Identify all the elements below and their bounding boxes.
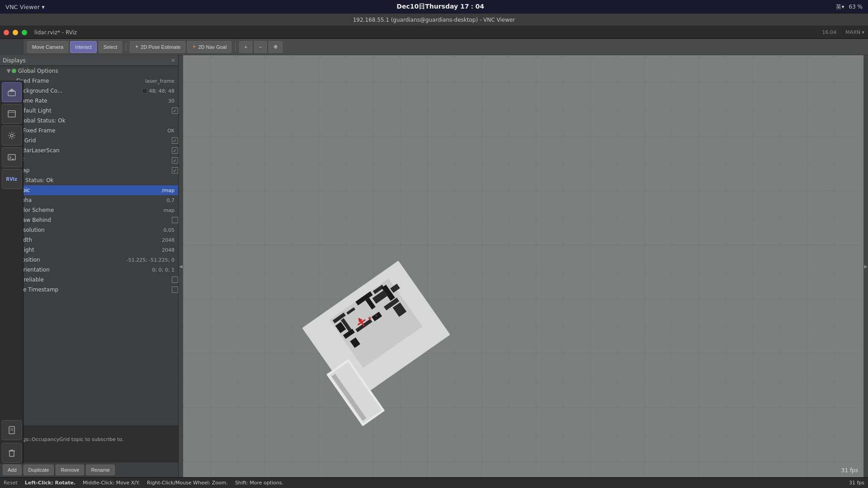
tree-item-default-light[interactable]: Default Light ✓	[0, 106, 178, 116]
sidebar-icon-rviz[interactable]: RViz	[2, 169, 22, 189]
tf-label: TF	[18, 157, 172, 164]
vnc-viewer-menu[interactable]: VNC Viewer ▾	[5, 4, 45, 10]
unreliable-label: Unreliable	[16, 277, 172, 283]
minimize-button[interactable]	[13, 30, 18, 35]
tree-item-width[interactable]: Width 2048	[0, 235, 178, 245]
global-status-label: Global Status: Ok	[18, 117, 178, 124]
default-light-label: Default Light	[16, 108, 172, 114]
fixed-frame-value: laser_frame	[145, 78, 175, 84]
maxn-indicator: MAXN ▾	[845, 29, 864, 35]
tree-item-draw-behind[interactable]: Draw Behind □	[0, 215, 178, 225]
tree-item-global-status[interactable]: ▼ ✓ Global Status: Ok	[0, 116, 178, 126]
lidar-checkbox[interactable]: ✓	[172, 147, 178, 154]
topic-label: Topic	[16, 187, 162, 193]
bg-color-swatch-container: 48; 48; 48	[142, 88, 178, 94]
sidebar-icon-file[interactable]	[2, 420, 22, 440]
displays-tree: ▼ Global Options Fixed Frame laser_frame	[0, 66, 178, 426]
toggle-icon[interactable]: ▼	[5, 68, 12, 74]
right-panel-collapse[interactable]: ▶	[863, 55, 868, 477]
draw-behind-checkbox[interactable]: □	[172, 217, 178, 223]
sidebar-icon-trash[interactable]	[2, 443, 22, 463]
tree-item-map[interactable]: ▼ Map ✓	[0, 165, 178, 175]
tree-item-fixed-frame[interactable]: Fixed Frame laser_frame	[0, 76, 178, 86]
position-label: Position	[19, 257, 127, 263]
maximize-button[interactable]	[22, 30, 27, 35]
tree-item-height[interactable]: Height 2048	[0, 245, 178, 255]
tree-item-lidar[interactable]: ▶ LidarLaserScan ✓	[0, 145, 178, 155]
panel-collapse-button[interactable]: ◀	[179, 55, 183, 477]
svg-rect-10	[9, 451, 14, 456]
status-dot	[12, 69, 16, 73]
sidebar-icon-terminal[interactable]	[2, 147, 22, 167]
rviz-panels: Displays ✕ ▼ Global Options	[0, 55, 868, 477]
tree-item-global-options[interactable]: ▼ Global Options	[0, 66, 178, 76]
sidebar-icon-home[interactable]	[2, 82, 22, 102]
map-checkbox[interactable]: ✓	[172, 167, 178, 174]
reset-button[interactable]: Reset	[4, 480, 18, 486]
status-bar: Reset Left-Click: Rotate. Middle-Click: …	[0, 477, 868, 488]
system-bar-left: VNC Viewer ▾	[5, 4, 45, 10]
orientation-value: 0; 0; 0; 1	[152, 267, 175, 273]
map-status-label: Status: Ok	[25, 177, 178, 183]
tree-item-orientation[interactable]: ▶ Orientation 0; 0; 0; 1	[0, 265, 178, 275]
nav-goal-button[interactable]: ✦ 2D Nav Goal	[187, 41, 231, 53]
duplicate-button[interactable]: Duplicate	[24, 465, 54, 475]
svg-point-4	[10, 134, 13, 137]
3d-viewport[interactable]: 31 fps	[183, 55, 863, 477]
tree-item-resolution[interactable]: Resolution 0,05	[0, 225, 178, 235]
close-button[interactable]	[4, 30, 9, 35]
status-left-click: Left-Click: Rotate.	[25, 480, 75, 486]
move-camera-button[interactable]: Move Camera	[27, 41, 68, 53]
map-label: Map	[18, 167, 172, 174]
sidebar-icon-gear[interactable]	[2, 126, 22, 145]
tf-checkbox[interactable]: ✓	[172, 157, 178, 164]
tree-item-frame-rate[interactable]: Frame Rate 30	[0, 96, 178, 106]
tree-item-use-timestamp[interactable]: Use Timestamp □	[0, 285, 178, 295]
use-timestamp-checkbox[interactable]: □	[172, 286, 178, 293]
remove-button[interactable]: Remove	[56, 465, 84, 475]
pose-estimate-button[interactable]: ✦ 2D Pose Estimate	[130, 41, 185, 53]
interact-button[interactable]: Interact	[70, 41, 97, 53]
rename-button[interactable]: Rename	[86, 465, 115, 475]
info-title: Topic	[4, 429, 175, 435]
add-button[interactable]: Add	[3, 465, 22, 475]
tree-item-color-scheme[interactable]: Color Scheme map	[0, 205, 178, 215]
grid-checkbox[interactable]: ✓	[172, 137, 178, 144]
tree-item-alpha[interactable]: Alpha 0,7	[0, 195, 178, 205]
minus-button[interactable]: −	[254, 41, 267, 53]
lidar-label: LidarLaserScan	[18, 147, 172, 154]
bg-color-label: Background Co...	[16, 88, 142, 94]
tree-item-unreliable[interactable]: Unreliable □	[0, 275, 178, 285]
tree-item-tf[interactable]: ▶ TF ✓	[0, 155, 178, 165]
panel-buttons: Add Duplicate Remove Rename	[0, 462, 178, 477]
displays-close-icon[interactable]: ✕	[171, 57, 175, 64]
zoom-button[interactable]: ⊕	[269, 41, 283, 53]
tree-item-map-status[interactable]: ▶ ✓ Status: Ok	[0, 175, 178, 185]
tree-item-fixed-frame-status[interactable]: ✓ Fixed Frame OK	[0, 126, 178, 136]
language-indicator[interactable]: 英▾	[836, 3, 844, 11]
sidebar-icon-settings[interactable]	[2, 104, 22, 124]
unreliable-checkbox[interactable]: □	[172, 277, 178, 283]
status-shift: Shift: More options.	[235, 480, 283, 486]
info-description: nav_msgs::OccupancyGrid topic to subscri…	[4, 436, 175, 442]
height-value: 2048	[162, 247, 175, 253]
battery-indicator: 63 %	[849, 4, 863, 10]
tree-item-topic[interactable]: Topic /map	[0, 185, 178, 195]
left-click-label: Left-Click: Rotate.	[25, 480, 75, 486]
select-button[interactable]: Select	[99, 41, 123, 53]
rviz-window-title: lidar.rviz* - RViz	[34, 29, 77, 36]
frame-rate-label: Frame Rate	[16, 98, 168, 104]
height-label: Height	[16, 247, 162, 253]
map-visualization	[274, 247, 500, 450]
default-light-checkbox[interactable]: ✓	[172, 108, 178, 114]
rviz-content-area: Displays ✕ ▼ Global Options	[0, 55, 868, 477]
left-sidebar: RViz	[0, 80, 24, 464]
tree-item-bg-color[interactable]: Background Co... 48; 48; 48	[0, 86, 178, 96]
tree-item-grid[interactable]: ▶ ✓ Grid ✓	[0, 136, 178, 145]
grid-label: Grid	[24, 137, 172, 144]
svg-rect-2	[8, 111, 15, 117]
bg-color-swatch[interactable]	[142, 88, 147, 94]
svg-rect-0	[8, 91, 15, 96]
tree-item-position[interactable]: ▶ Position -51.225; -51.225; 0	[0, 255, 178, 265]
plus-button[interactable]: +	[239, 41, 252, 53]
